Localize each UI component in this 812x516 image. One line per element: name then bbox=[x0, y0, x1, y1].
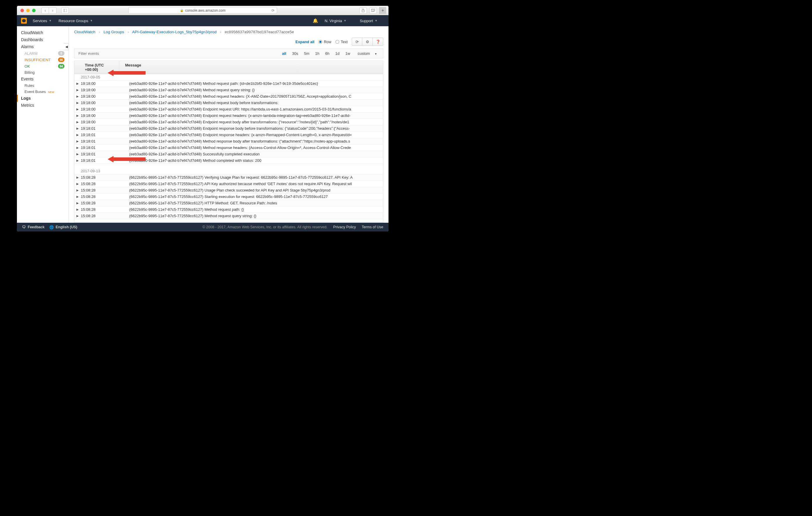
new-tab-button[interactable]: + bbox=[379, 7, 386, 14]
notifications-icon[interactable]: 🔔 bbox=[313, 18, 318, 23]
filter-row: all 30s 5m 1h 6h 1d 1w custom ▼ bbox=[74, 49, 383, 58]
sidebar-cloudwatch[interactable]: CloudWatch bbox=[17, 29, 68, 36]
log-row[interactable]: ▶19:18:01(eeb3ad80-926e-11e7-ac8d-b7ef47… bbox=[75, 145, 383, 151]
expand-row-icon[interactable]: ▶ bbox=[75, 202, 81, 205]
expand-row-icon[interactable]: ▶ bbox=[75, 208, 81, 211]
expand-row-icon[interactable]: ▶ bbox=[75, 189, 81, 192]
back-button[interactable]: ‹ bbox=[41, 7, 49, 14]
sidebar-events[interactable]: Events bbox=[17, 75, 68, 83]
column-message[interactable]: Message bbox=[119, 61, 383, 74]
range-30s[interactable]: 30s bbox=[290, 50, 300, 57]
refresh-button[interactable]: ⟳ bbox=[352, 38, 362, 46]
help-button[interactable]: ❓ bbox=[373, 38, 383, 46]
log-row[interactable]: ▶19:18:00(eeb3ad80-926e-11e7-ac8d-b7ef47… bbox=[75, 100, 383, 106]
expand-row-icon[interactable]: ▶ bbox=[75, 88, 81, 92]
breadcrumb-cloudwatch[interactable]: CloudWatch bbox=[74, 30, 95, 34]
range-5m[interactable]: 5m bbox=[302, 50, 311, 57]
expand-row-icon[interactable]: ▶ bbox=[75, 146, 81, 149]
log-row[interactable]: ▶19:18:00(eeb3ad80-926e-11e7-ac8d-b7ef47… bbox=[75, 93, 383, 100]
log-row[interactable]: ▶19:18:01(eeb3ad80-926e-11e7-ac8d-b7ef47… bbox=[75, 138, 383, 145]
sidebar-ok[interactable]: OK 64 bbox=[17, 63, 68, 69]
sidebar-alarm[interactable]: ALARM 0 bbox=[17, 50, 68, 57]
log-row[interactable]: ▶19:18:01(eeb3ad80-926e-11e7-ac8d-b7ef47… bbox=[75, 157, 383, 164]
log-message: (eeb3ad80-926e-11e7-ac8d-b7ef47cf7d48) M… bbox=[119, 81, 383, 87]
breadcrumb-group[interactable]: API-Gateway-Execution-Logs_5by75p4gn3/pr… bbox=[132, 30, 217, 34]
log-row[interactable]: ▶15:08:28(6622b95c-9895-11e7-87c5-772559… bbox=[75, 174, 383, 181]
row-radio[interactable]: Row bbox=[319, 40, 331, 44]
log-row[interactable]: ▶19:18:01(eeb3ad80-926e-11e7-ac8d-b7ef47… bbox=[75, 151, 383, 157]
expand-row-icon[interactable]: ▶ bbox=[75, 127, 81, 130]
expand-row-icon[interactable]: ▶ bbox=[75, 108, 81, 111]
expand-row-icon[interactable]: ▶ bbox=[75, 114, 81, 117]
expand-row-icon[interactable]: ▶ bbox=[75, 95, 81, 98]
breadcrumb-log-groups[interactable]: Log Groups bbox=[104, 30, 124, 34]
expand-row-icon[interactable]: ▶ bbox=[75, 159, 81, 162]
expand-row-icon[interactable]: ▶ bbox=[75, 133, 81, 136]
range-1h[interactable]: 1h bbox=[314, 50, 321, 57]
sidebar-insufficient[interactable]: INSUFFICIENT 66 bbox=[17, 57, 68, 63]
range-custom[interactable]: custom ▼ bbox=[354, 50, 381, 57]
log-row[interactable]: ▶19:18:00(eeb3ad80-926e-11e7-ac8d-b7ef47… bbox=[75, 106, 383, 113]
share-button[interactable] bbox=[359, 7, 367, 14]
log-row[interactable]: ▶19:18:00(eeb3ad80-926e-11e7-ac8d-b7ef47… bbox=[75, 113, 383, 119]
range-6h[interactable]: 6h bbox=[323, 50, 331, 57]
caret-down-icon: ▼ bbox=[344, 19, 347, 22]
filter-events-input[interactable] bbox=[75, 49, 278, 58]
privacy-policy-link[interactable]: Privacy Policy bbox=[334, 225, 356, 229]
services-menu[interactable]: Services ▼ bbox=[33, 19, 52, 23]
expand-row-icon[interactable]: ▶ bbox=[75, 214, 81, 217]
sidebar-metrics[interactable]: Metrics bbox=[17, 102, 68, 109]
log-row[interactable]: ▶19:18:00(eeb3ad80-926e-11e7-ac8d-b7ef47… bbox=[75, 119, 383, 125]
region-menu[interactable]: N. Virginia ▼ bbox=[325, 19, 347, 23]
log-row[interactable]: ▶19:18:01(eeb3ad80-926e-11e7-ac8d-b7ef47… bbox=[75, 125, 383, 132]
range-1d[interactable]: 1d bbox=[334, 50, 341, 57]
tabs-button[interactable] bbox=[369, 7, 377, 14]
log-row[interactable]: ▶15:08:28(6622b95c-9895-11e7-87c5-772559… bbox=[75, 187, 383, 193]
expand-row-icon[interactable]: ▶ bbox=[75, 82, 81, 85]
sidebar-rules[interactable]: Rules bbox=[17, 83, 68, 89]
range-all[interactable]: all bbox=[280, 50, 288, 57]
settings-button[interactable]: ⚙ bbox=[362, 38, 373, 46]
sidebar-alarms[interactable]: Alarms bbox=[17, 43, 68, 50]
resource-groups-menu[interactable]: Resource Groups ▼ bbox=[59, 19, 93, 23]
text-radio[interactable]: Text bbox=[336, 40, 348, 44]
log-row[interactable]: ▶15:08:28(6622b95c-9895-11e7-87c5-772559… bbox=[75, 206, 383, 213]
expand-row-icon[interactable]: ▶ bbox=[75, 152, 81, 156]
support-menu[interactable]: Support ▼ bbox=[360, 19, 377, 23]
collapse-sidebar-button[interactable]: ◀ bbox=[64, 43, 69, 50]
range-1w[interactable]: 1w bbox=[344, 50, 352, 57]
sidebar-logs[interactable]: Logs bbox=[17, 95, 68, 102]
radio-checked-icon bbox=[319, 40, 322, 44]
show-sidebar-button[interactable] bbox=[61, 7, 69, 14]
log-row[interactable]: ▶15:08:28(6622b95c-9895-11e7-87c5-772559… bbox=[75, 213, 383, 219]
language-selector[interactable]: 🌐 English (US) bbox=[49, 225, 77, 230]
footer: 🗨 Feedback 🌐 English (US) © 2008 - 2017,… bbox=[17, 223, 388, 232]
sidebar-billing[interactable]: Billing bbox=[17, 69, 68, 75]
feedback-link[interactable]: 🗨 Feedback bbox=[22, 225, 45, 229]
minimize-window-button[interactable] bbox=[26, 9, 30, 12]
expand-row-icon[interactable]: ▶ bbox=[75, 101, 81, 104]
expand-all-link[interactable]: Expand all bbox=[295, 40, 314, 44]
log-row[interactable]: ▶19:18:01(eeb3ad80-926e-11e7-ac8d-b7ef47… bbox=[75, 132, 383, 138]
log-row[interactable]: ▶19:18:00(eeb3ad80-926e-11e7-ac8d-b7ef47… bbox=[75, 81, 383, 87]
sidebar-dashboards[interactable]: Dashboards bbox=[17, 36, 68, 43]
sidebar-event-buses[interactable]: Event Buses NEW bbox=[17, 89, 68, 95]
log-row[interactable]: ▶15:08:28(6622b95c-9895-11e7-87c5-772559… bbox=[75, 200, 383, 206]
expand-row-icon[interactable]: ▶ bbox=[75, 120, 81, 124]
expand-row-icon[interactable]: ▶ bbox=[75, 176, 81, 179]
expand-row-icon[interactable]: ▶ bbox=[75, 195, 81, 198]
log-row[interactable]: ▶15:08:28(6622b95c-9895-11e7-87c5-772559… bbox=[75, 181, 383, 187]
column-time[interactable]: Time (UTC +00:00) bbox=[75, 61, 119, 74]
zoom-window-button[interactable] bbox=[32, 9, 36, 12]
aws-logo-icon[interactable] bbox=[21, 18, 27, 24]
expand-row-icon[interactable]: ▶ bbox=[75, 140, 81, 143]
log-events-table[interactable]: Time (UTC +00:00) Message 2017-09-05▶19:… bbox=[74, 61, 383, 223]
log-row[interactable]: ▶19:18:00(eeb3ad80-926e-11e7-ac8d-b7ef47… bbox=[75, 87, 383, 93]
log-row[interactable]: ▶15:08:28(6622b95c-9895-11e7-87c5-772559… bbox=[75, 193, 383, 200]
terms-of-use-link[interactable]: Terms of Use bbox=[362, 225, 383, 229]
expand-row-icon[interactable]: ▶ bbox=[75, 182, 81, 185]
forward-button[interactable]: › bbox=[49, 7, 57, 14]
reload-icon[interactable]: ⟳ bbox=[271, 8, 274, 12]
address-bar[interactable]: 🔒 console.aws.amazon.com ⟳ bbox=[128, 7, 277, 14]
close-window-button[interactable] bbox=[21, 9, 24, 12]
